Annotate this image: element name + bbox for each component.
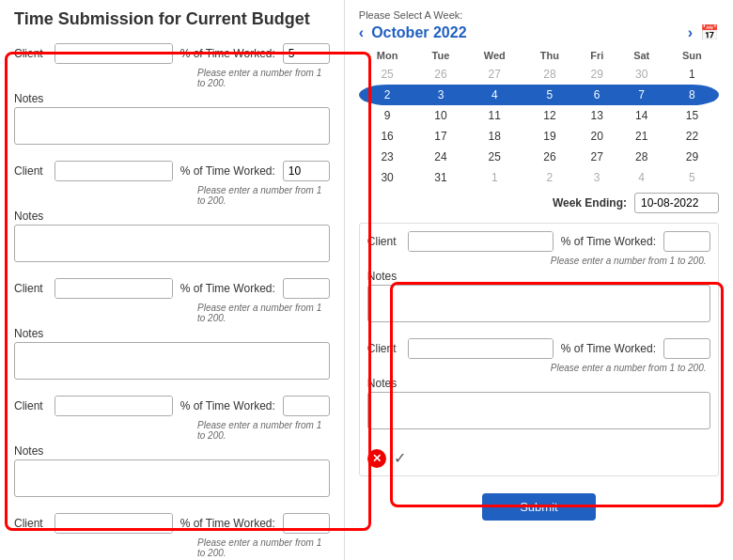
calendar-day[interactable]: 20 <box>576 126 618 147</box>
calendar-day[interactable]: 27 <box>466 64 523 85</box>
notes-textarea[interactable] <box>14 107 330 145</box>
calendar-day[interactable]: 5 <box>523 85 576 105</box>
notes-textarea[interactable] <box>367 392 710 429</box>
calendar-day[interactable]: 30 <box>618 64 665 85</box>
calendar-day[interactable]: 12 <box>523 105 576 126</box>
percent-label: % of Time Worked: <box>180 517 275 530</box>
percent-input[interactable] <box>283 513 330 534</box>
client-row: Client▼% of Time Worked: <box>14 43 330 64</box>
calendar-week-row: 2526272829301 <box>359 64 719 85</box>
calendar-day[interactable]: 3 <box>576 167 618 188</box>
client-label: Client <box>14 47 47 60</box>
next-month-button[interactable]: › <box>688 24 693 41</box>
calendar-day[interactable]: 9 <box>359 105 415 126</box>
calendar-day[interactable]: 6 <box>576 85 618 105</box>
percent-input[interactable] <box>283 278 330 299</box>
client-select-input[interactable] <box>55 279 173 298</box>
calendar-day[interactable]: 26 <box>523 147 576 167</box>
calendar-day[interactable]: 2 <box>359 85 415 105</box>
calendar-icon[interactable]: 📅 <box>700 23 719 41</box>
calendar-day[interactable]: 28 <box>523 64 576 85</box>
client-select-input[interactable] <box>55 397 173 415</box>
prev-month-button[interactable]: ‹ <box>359 24 364 41</box>
calendar-section: Please Select A Week: ‹ October 2022 › 📅… <box>359 9 719 213</box>
calendar-day[interactable]: 13 <box>576 105 618 126</box>
calendar-day[interactable]: 2 <box>523 167 576 188</box>
calendar-day[interactable]: 28 <box>618 147 665 167</box>
calendar-week-row: 23242526272829 <box>359 147 719 167</box>
week-ending-row: Week Ending: <box>359 193 719 213</box>
left-form-rows: Client▼% of Time Worked:Please enter a n… <box>14 43 330 560</box>
right-form-rows: Client▼% of Time Worked:Please enter a n… <box>367 231 710 440</box>
calendar-day[interactable]: 31 <box>415 167 465 188</box>
client-select-input[interactable] <box>55 514 173 533</box>
right-panel: Please Select A Week: ‹ October 2022 › 📅… <box>345 0 733 560</box>
calendar-day[interactable]: 1 <box>665 64 719 85</box>
client-row: Client▼% of Time Worked: <box>14 278 330 299</box>
calendar-day[interactable]: 4 <box>618 167 665 188</box>
percent-input[interactable] <box>663 338 710 359</box>
hint-text: Please enter a number from 1 to 200. <box>197 185 330 206</box>
client-select-input[interactable] <box>409 232 554 251</box>
cal-day-header: Tue <box>415 47 465 64</box>
calendar-day[interactable]: 14 <box>618 105 665 126</box>
notes-textarea[interactable] <box>14 225 330 262</box>
delete-button[interactable]: ✕ <box>367 447 386 468</box>
notes-label: Notes <box>14 444 330 458</box>
calendar-day[interactable]: 3 <box>415 85 465 105</box>
calendar-day[interactable]: 25 <box>466 147 523 167</box>
client-row: Client▼% of Time Worked: <box>367 231 710 252</box>
calendar-day[interactable]: 18 <box>466 126 523 147</box>
calendar-day[interactable]: 30 <box>359 167 415 188</box>
calendar-day[interactable]: 27 <box>576 147 618 167</box>
percent-input[interactable] <box>283 396 330 416</box>
client-select-container: ▼ <box>55 161 173 181</box>
calendar-day[interactable]: 15 <box>665 105 719 126</box>
hint-text: Please enter a number from 1 to 200. <box>197 420 330 441</box>
form-group: Client▼% of Time Worked:Please enter a n… <box>14 161 330 272</box>
calendar-day[interactable]: 1 <box>466 167 523 188</box>
percent-input[interactable] <box>283 161 330 181</box>
calendar-week-row: 2345678 <box>359 85 719 105</box>
calendar-day[interactable]: 4 <box>466 85 523 105</box>
client-select-input[interactable] <box>409 339 554 358</box>
client-select-input[interactable] <box>55 44 173 63</box>
calendar-day[interactable]: 24 <box>415 147 465 167</box>
submit-button[interactable]: Submit <box>482 493 595 521</box>
notes-textarea[interactable] <box>14 342 330 380</box>
notes-label: Notes <box>14 327 330 340</box>
calendar-day[interactable]: 22 <box>665 126 719 147</box>
calendar-day[interactable]: 23 <box>359 147 415 167</box>
cal-day-header: Sat <box>618 47 665 64</box>
calendar-day[interactable]: 7 <box>618 85 665 105</box>
hint-text: Please enter a number from 1 to 200. <box>197 68 330 88</box>
client-label: Client <box>14 399 47 412</box>
notes-textarea[interactable] <box>14 459 330 497</box>
week-ending-input[interactable] <box>634 193 719 213</box>
notes-textarea[interactable] <box>367 285 710 322</box>
client-label: Client <box>14 164 47 178</box>
hint-text: Please enter a number from 1 to 200. <box>197 537 330 558</box>
calendar-day[interactable]: 8 <box>665 85 719 105</box>
calendar-day[interactable]: 29 <box>665 147 719 167</box>
calendar-day[interactable]: 29 <box>576 64 618 85</box>
client-select-input[interactable] <box>55 162 173 180</box>
right-form-section: Client▼% of Time Worked:Please enter a n… <box>359 223 719 476</box>
form-group: Client▼% of Time Worked:Please enter a n… <box>14 396 330 507</box>
percent-label: % of Time Worked: <box>180 164 275 178</box>
percent-input[interactable] <box>283 43 330 64</box>
calendar-day[interactable]: 25 <box>359 64 415 85</box>
percent-input[interactable] <box>663 231 710 252</box>
calendar-day[interactable]: 11 <box>466 105 523 126</box>
calendar-day[interactable]: 5 <box>665 167 719 188</box>
calendar-day[interactable]: 17 <box>415 126 465 147</box>
calendar-day[interactable]: 10 <box>415 105 465 126</box>
form-group: Client▼% of Time Worked:Please enter a n… <box>14 278 330 390</box>
calendar-day[interactable]: 19 <box>523 126 576 147</box>
calendar-day[interactable]: 21 <box>618 126 665 147</box>
calendar-week-row: 16171819202122 <box>359 126 719 147</box>
calendar-day[interactable]: 26 <box>415 64 465 85</box>
action-row: ✕ ✓ <box>367 447 710 468</box>
check-icon: ✓ <box>394 449 406 467</box>
calendar-day[interactable]: 16 <box>359 126 415 147</box>
